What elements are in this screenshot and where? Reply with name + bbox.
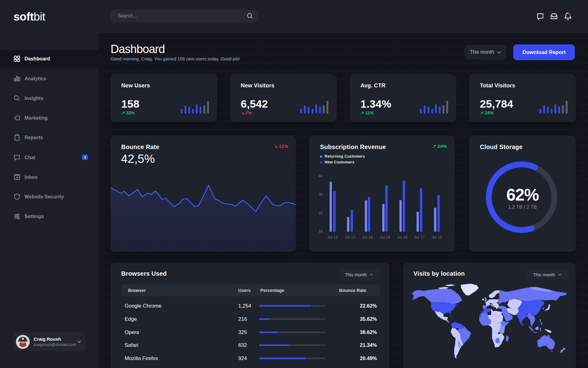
svg-text:Jul 13: Jul 13 — [345, 235, 356, 240]
svg-text:4k: 4k — [318, 174, 323, 178]
svg-text:Jul 15: Jul 15 — [380, 235, 390, 240]
svg-text:3k: 3k — [318, 192, 323, 197]
svg-text:1k: 1k — [318, 229, 323, 233]
svg-text:Jul 12: Jul 12 — [327, 235, 338, 240]
svg-text:Jul 14: Jul 14 — [362, 235, 373, 240]
svg-text:Jul 17: Jul 17 — [414, 235, 425, 240]
svg-text:Jul 18: Jul 18 — [432, 235, 442, 240]
svg-text:Jul 16: Jul 16 — [397, 235, 408, 240]
svg-text:2k: 2k — [318, 211, 323, 215]
